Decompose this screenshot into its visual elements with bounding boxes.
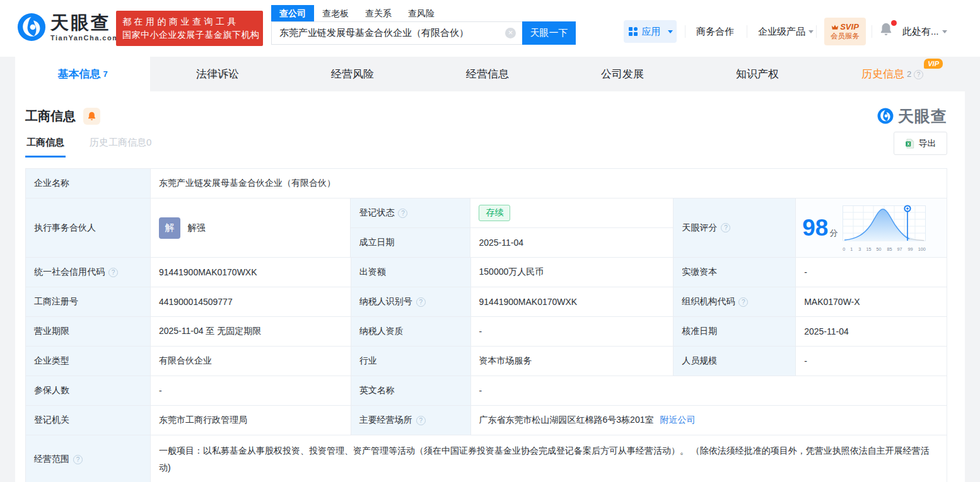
field-label: 登记机关 — [26, 406, 151, 435]
chevron-down-icon — [808, 30, 814, 33]
nav-cooperation[interactable]: 商务合作 — [696, 20, 734, 43]
table-row: 执行事务合伙人 解 解强 登记状态? 存续 成立日期 2025-11-04 — [26, 198, 947, 258]
field-label: 执行事务合伙人 — [26, 198, 151, 258]
tab-operation-risk[interactable]: 经营风险 — [285, 57, 420, 91]
help-icon[interactable]: ? — [398, 209, 407, 218]
watermark-logo: 天眼查 — [877, 106, 947, 127]
staff-size-value: - — [796, 347, 947, 376]
tab-count: 2 — [907, 69, 911, 79]
search-tab-boss[interactable]: 查老板 — [314, 5, 357, 21]
tianyancha-logo-icon[interactable] — [17, 13, 46, 42]
table-row: 营业期限 2025-11-04 至 无固定期限 纳税人资质 - 核准日期 202… — [26, 317, 947, 347]
field-label: 纳税人资质 — [351, 317, 471, 347]
field-label: 经营范围? — [26, 435, 151, 482]
table-row: 企业类型 有限合伙企业 行业 资本市场服务 人员规模 - — [26, 347, 947, 376]
search-button[interactable]: 天眼一下 — [522, 21, 576, 45]
paid-capital-value: - — [796, 258, 947, 287]
search-input[interactable] — [271, 21, 522, 45]
status-badge: 存续 — [479, 205, 510, 221]
business-info-table: 企业名称 东莞产业链发展母基金合伙企业（有限合伙） 执行事务合伙人 解 解强 登… — [25, 168, 947, 482]
english-name-value: - — [471, 376, 947, 406]
search-tab-risk[interactable]: 查风险 — [400, 5, 443, 21]
partner-name-link[interactable]: 解强 — [188, 222, 206, 234]
nav-divider — [816, 25, 817, 38]
help-icon[interactable]: ? — [416, 416, 426, 425]
search-tabs: 查公司 查老板 查关系 查风险 — [271, 5, 576, 21]
svip-member-button[interactable]: SVIP 会员服务 — [824, 18, 866, 45]
partner-avatar[interactable]: 解 — [159, 217, 180, 239]
tab-count: 7 — [103, 69, 107, 79]
business-term-value: 2025-11-04 至 无固定期限 — [151, 317, 351, 347]
excel-icon: X — [905, 139, 914, 149]
field-label-text: 天眼评分 — [682, 222, 717, 234]
tab-basic-info[interactable]: 基本信息7 — [15, 57, 150, 91]
help-icon[interactable]: ? — [738, 297, 748, 307]
field-label: 企业名称 — [26, 169, 151, 198]
tab-label: 历史信息 — [861, 68, 904, 80]
field-label: 组织机构代码? — [674, 287, 796, 317]
search-box: × 天眼一下 — [271, 21, 576, 45]
field-label: 成立日期 — [351, 228, 470, 258]
main-tabbar: 基本信息7 法律诉讼 经营风险 经营信息 公司发展 知识产权 历史信息2? VI… — [0, 57, 980, 91]
field-label-text: 组织机构代码 — [682, 296, 735, 307]
establish-date-value: 2025-11-04 — [470, 228, 674, 258]
help-icon[interactable]: ? — [108, 268, 118, 277]
monitor-bell-button[interactable] — [83, 108, 100, 125]
field-label: 营业期限 — [26, 317, 151, 347]
business-scope-value: 一般项目：以私募基金从事股权投资、投资管理、资产管理等活动（须在中国证券投资基金… — [151, 435, 947, 482]
tab-legal-lawsuits[interactable]: 法律诉讼 — [150, 57, 285, 91]
brand-name: 天眼查 — [50, 13, 119, 32]
nearby-companies-link[interactable]: 附近公司 — [660, 415, 695, 426]
field-label: 统一社会信用代码? — [26, 258, 151, 287]
enterprise-label: 企业级产品 — [758, 26, 805, 38]
field-label: 企业类型 — [26, 347, 151, 376]
watermark-text: 天眼查 — [898, 106, 947, 127]
taxpayer-quality-value: - — [471, 317, 674, 347]
brand-text[interactable]: 天眼查 TianYanCha.com — [50, 13, 119, 42]
tab-company-development[interactable]: 公司发展 — [555, 57, 690, 91]
field-label: 英文名称 — [351, 376, 471, 406]
export-button[interactable]: X 导出 — [894, 132, 947, 155]
brand-domain: TianYanCha.com — [50, 34, 119, 42]
help-icon[interactable]: ? — [73, 455, 83, 464]
table-row: 统一社会信用代码? 91441900MAK0170WXK 出资额 150000万… — [26, 258, 947, 287]
help-icon[interactable]: ? — [721, 223, 730, 232]
svg-text:X: X — [906, 141, 909, 146]
search-module: 查公司 查老板 查关系 查风险 × 天眼一下 — [271, 5, 576, 45]
capital-value: 150000万人民币 — [471, 258, 674, 287]
tab-operation-info[interactable]: 经营信息 — [420, 57, 555, 91]
notification-bell-icon[interactable] — [879, 21, 895, 40]
search-tab-relation[interactable]: 查关系 — [357, 5, 400, 21]
nav-enterprise-products[interactable]: 企业级产品 — [758, 20, 814, 43]
help-icon[interactable]: ? — [914, 70, 923, 79]
tab-label: 基本信息 — [57, 68, 100, 80]
slogan-banner: 都在用的商业查询工具 国家中小企业发展子基金旗下机构 — [116, 11, 263, 46]
help-icon[interactable]: ? — [416, 297, 426, 307]
field-label: 天眼评分? — [674, 198, 796, 258]
reg-number-value: 441900014509777 — [151, 287, 351, 317]
tab-intellectual-property[interactable]: 知识产权 — [690, 57, 825, 91]
field-label-text: 纳税人识别号 — [359, 296, 412, 307]
field-label: 出资额 — [351, 258, 471, 287]
subtab-history-business-info[interactable]: 历史工商信息0 — [90, 137, 151, 158]
nav-divider — [685, 25, 685, 38]
tab-history-info[interactable]: 历史信息2? VIP — [825, 57, 960, 91]
vip-badge: VIP — [924, 59, 943, 69]
subtab-row: 工商信息 历史工商信息0 X 导出 — [25, 134, 947, 159]
business-address-value: 广东省东莞市松山湖园区红棉路6号3栋201室 — [479, 415, 654, 426]
apps-label: 应用 — [642, 26, 661, 38]
score-value: 98 — [802, 215, 828, 241]
crown-icon — [831, 24, 839, 30]
company-name-value: 东莞产业链发展母基金合伙企业（有限合伙） — [151, 169, 947, 198]
slogan-line1: 都在用的商业查询工具 — [122, 15, 257, 28]
top-header: 天眼查 TianYanCha.com 都在用的商业查询工具 国家中小企业发展子基… — [0, 0, 980, 57]
field-label: 人员规模 — [674, 347, 796, 376]
subtab-business-info[interactable]: 工商信息 — [25, 137, 66, 158]
tyc-score-cell[interactable]: 98分 — [796, 198, 947, 258]
clear-search-icon[interactable]: × — [505, 28, 516, 38]
apps-menu[interactable]: 应用 — [624, 20, 677, 43]
user-menu[interactable]: 此处有... — [902, 20, 947, 43]
apps-grid-icon — [628, 26, 638, 37]
nested-column: 登记状态? 存续 成立日期 2025-11-04 — [351, 198, 674, 258]
search-tab-company[interactable]: 查公司 — [271, 5, 314, 21]
